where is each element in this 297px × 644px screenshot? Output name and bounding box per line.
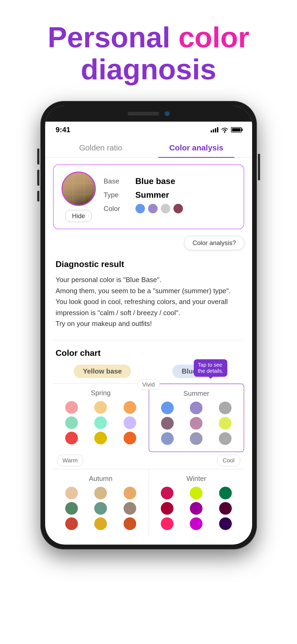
summer-dot-8: [190, 432, 202, 445]
svg-point-0: [224, 132, 225, 133]
winter-dot-8: [190, 517, 202, 530]
power-button[interactable]: [258, 154, 260, 180]
color-analysis-btn-wrapper: Color analysis?: [45, 236, 252, 250]
bottom-seasons-grid: Autumn: [53, 469, 244, 537]
summer-dot-7: [161, 432, 174, 445]
summer-dot-3: [219, 402, 232, 414]
winter-dot-2: [190, 487, 202, 499]
autumn-name: Autumn: [58, 475, 143, 483]
base-row: Base Blue base: [104, 176, 236, 186]
color-label: Color: [104, 205, 130, 213]
winter-dot-5: [190, 502, 202, 515]
diagnostic-section: Diagnostic result Your personal color is…: [45, 254, 252, 335]
tabs-container: Golden ratio Color analysis: [45, 138, 252, 158]
status-icons: [211, 127, 242, 133]
summer-dot-2: [190, 402, 202, 414]
tab-golden-ratio[interactable]: Golden ratio: [53, 138, 149, 158]
summer-dot-1: [161, 402, 174, 414]
autumn-dot-6: [124, 502, 136, 515]
page-header: Personal color diagnosis: [0, 0, 297, 101]
autumn-dot-3: [124, 487, 136, 499]
phone-screen: 9:41: [45, 106, 252, 545]
spring-dot-9: [124, 432, 136, 444]
volume-up-button[interactable]: [37, 149, 39, 164]
color-dot-1: [135, 204, 145, 213]
summer-dot-6: [219, 417, 232, 430]
volume-down-button[interactable]: [37, 170, 39, 186]
color-dot-4: [173, 204, 183, 213]
type-value: Summer: [135, 190, 169, 200]
color-row: Color: [104, 204, 236, 213]
color-analysis-button[interactable]: Color analysis?: [184, 236, 244, 250]
color-chart-section: Color chart Yellow base Blue base Tap to…: [45, 346, 252, 545]
front-camera: [164, 111, 170, 116]
summer-dot-4: [161, 417, 174, 430]
winter-name: Winter: [154, 475, 239, 483]
winter-dot-9: [219, 517, 232, 530]
autumn-dot-1: [65, 487, 78, 499]
autumn-quadrant[interactable]: Autumn: [53, 469, 149, 537]
summer-quadrant[interactable]: Summer: [149, 384, 244, 452]
spring-dot-5: [94, 416, 107, 429]
phone-outer: 9:41: [40, 101, 257, 549]
autumn-dot-8: [94, 517, 107, 530]
notch-area: [45, 106, 252, 122]
status-bar: 9:41: [45, 122, 252, 135]
type-label: Type: [104, 191, 130, 199]
winter-dot-4: [161, 502, 173, 515]
profile-image-wrapper: Hide: [62, 172, 96, 222]
title-diagnosis: diagnosis: [81, 53, 216, 85]
winter-dots: [154, 487, 239, 530]
type-row: Type Summer: [104, 190, 236, 200]
chart-title: Color chart: [53, 348, 244, 358]
phone-frame: 9:41: [40, 101, 257, 549]
autumn-dot-9: [124, 517, 136, 530]
mute-button[interactable]: [37, 191, 39, 201]
base-label: Base: [104, 177, 130, 185]
color-dot-3: [161, 204, 170, 213]
autumn-dot-5: [94, 502, 107, 515]
phone-side-right: [258, 154, 260, 180]
cool-label: Cool: [217, 455, 240, 466]
status-time: 9:41: [56, 126, 70, 134]
autumn-dots: [58, 487, 143, 530]
spring-name: Spring: [58, 389, 143, 397]
seasons-container: Vivid Spring: [53, 383, 244, 537]
vivid-label: Vivid: [137, 379, 160, 390]
page-title: Personal color diagnosis: [16, 21, 281, 85]
speaker: [128, 112, 159, 116]
phone-side-left: [37, 149, 39, 207]
spring-dot-2: [94, 401, 107, 414]
vertical-divider-2: [149, 469, 149, 537]
profile-image: [62, 172, 96, 206]
winter-quadrant[interactable]: Winter: [149, 469, 244, 537]
phone-notch: [104, 106, 194, 122]
color-dots: [135, 204, 183, 213]
title-personal: Personal: [48, 21, 178, 53]
color-dot-2: [148, 204, 158, 213]
spring-dot-1: [65, 401, 78, 414]
title-color: color: [178, 21, 249, 53]
spring-dots: [58, 401, 143, 444]
hide-button[interactable]: Hide: [65, 210, 92, 222]
section-divider: [53, 340, 244, 340]
summer-name: Summer: [154, 389, 238, 398]
battery-icon: [231, 127, 242, 132]
spring-dot-6: [124, 416, 136, 429]
tab-color-analysis[interactable]: Color analysis: [149, 138, 244, 158]
winter-dot-7: [161, 517, 173, 530]
warm-label: Warm: [57, 455, 83, 466]
diagnostic-text: Your personal color is "Blue Base". Amon…: [56, 274, 242, 329]
wifi-icon: [221, 127, 228, 133]
spring-dot-4: [65, 416, 78, 429]
tap-tooltip: Tap to seethe details.: [194, 359, 227, 377]
signal-icon: [211, 127, 218, 132]
profile-card: Hide Base Blue base Type Summer Color: [53, 164, 244, 229]
autumn-dot-7: [65, 517, 78, 530]
autumn-dot-2: [94, 487, 107, 499]
warm-cool-labels: Warm Cool: [53, 452, 244, 469]
winter-dot-1: [161, 487, 173, 499]
spring-quadrant[interactable]: Spring: [53, 384, 149, 452]
summer-dots: [154, 402, 238, 445]
summer-dot-5: [190, 417, 202, 430]
